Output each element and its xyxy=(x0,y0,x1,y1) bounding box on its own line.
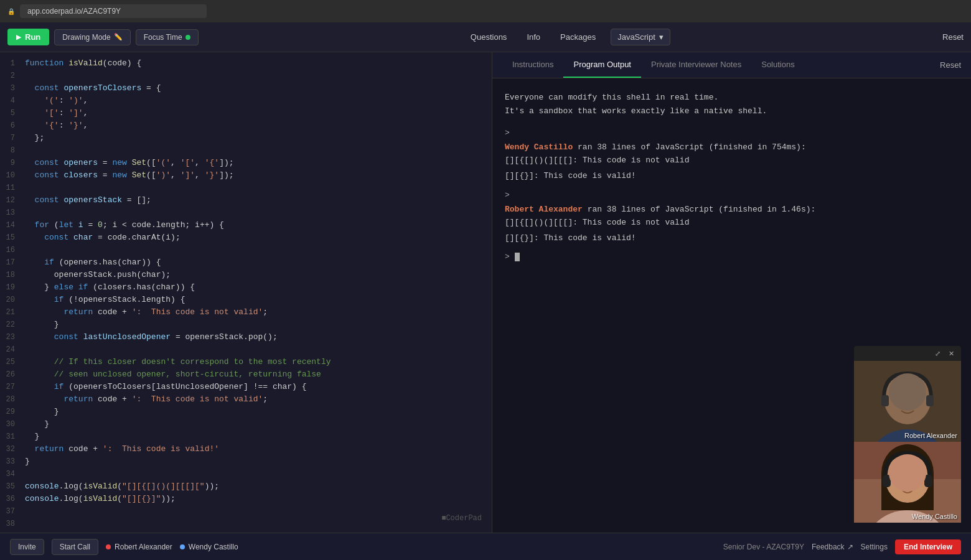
code-line: 4 '(': ')', xyxy=(0,95,492,107)
reset-button[interactable]: Reset xyxy=(942,32,964,42)
end-interview-button[interactable]: End Interview xyxy=(895,539,961,554)
code-line: 9 const openers = new Set(['(', '[', '{'… xyxy=(0,157,492,169)
code-line: 3 const openersToClosers = { xyxy=(0,82,492,95)
video-window-bar: ⤢ ✕ xyxy=(854,346,961,361)
svg-rect-4 xyxy=(926,395,934,406)
language-selector[interactable]: JavaScript ▾ xyxy=(611,29,670,45)
video-close-button[interactable]: ✕ xyxy=(946,348,956,358)
code-line: 25 // If this closer doesn't correspond … xyxy=(0,356,492,368)
play-icon: ▶ xyxy=(16,34,21,40)
output-intro-line1: Everyone can modify this shell in real t… xyxy=(505,91,959,105)
packages-button[interactable]: Packages xyxy=(555,30,601,44)
output-panel: Instructions Program Output Private Inte… xyxy=(492,52,971,533)
start-call-button[interactable]: Start Call xyxy=(52,539,98,555)
code-line: 28 return code + ': This code is not val… xyxy=(0,393,492,406)
robert-run-line: Robert Alexander ran 38 lines of JavaScr… xyxy=(505,205,959,214)
code-line: 32 return code + ': This code is valid!' xyxy=(0,443,492,455)
code-line: 17 if (openers.has(char)) { xyxy=(0,256,492,269)
wendy-username: Wendy Castillo xyxy=(505,142,573,152)
code-line: 22 } xyxy=(0,319,492,331)
run-button[interactable]: ▶ Run xyxy=(7,29,49,45)
code-line: 10 const closers = new Set([')', ']', '}… xyxy=(0,169,492,182)
focus-time-label: Focus Time xyxy=(144,33,182,42)
svg-point-16 xyxy=(911,475,917,483)
code-line: 37 xyxy=(0,505,492,518)
video-panel: ⤢ ✕ xyxy=(854,346,961,523)
code-line: 27 if (openersToClosers[lastUnclosedOpen… xyxy=(0,381,492,393)
svg-point-6 xyxy=(911,396,917,403)
settings-label: Settings xyxy=(861,543,888,551)
participant-robert: Robert Alexander xyxy=(106,543,172,551)
code-line: 24 xyxy=(0,343,492,356)
code-line: 19 } else if (closers.has(char)) { xyxy=(0,281,492,294)
output-block-robert: Robert Alexander ran 38 lines of JavaScr… xyxy=(505,205,959,245)
avatar-robert xyxy=(854,361,961,442)
output-tabs: Instructions Program Output Private Inte… xyxy=(492,52,971,78)
code-line: 38 xyxy=(0,518,492,530)
settings-button[interactable]: Settings xyxy=(861,543,888,551)
browser-bar: 🔒 app.coderpad.io/AZAC9T9Y xyxy=(0,0,971,22)
code-line: 21 return code + ': This code is not val… xyxy=(0,306,492,319)
code-line: 1 function isValid(code) { xyxy=(0,57,492,70)
output-prompt-2: > xyxy=(505,190,959,200)
wendy-result-2: [][{}]: This code is valid! xyxy=(505,170,959,183)
video-expand-button[interactable]: ⤢ xyxy=(932,348,942,358)
code-line: 2 xyxy=(0,70,492,82)
code-line: 33 } xyxy=(0,455,492,468)
lock-icon: 🔒 xyxy=(7,8,15,15)
code-line: 11 xyxy=(0,182,492,194)
bottom-left: Invite Start Call Robert Alexander Wendy… xyxy=(10,539,238,555)
video-feed-robert: Robert Alexander xyxy=(854,361,961,442)
feedback-button[interactable]: Feedback ↗ xyxy=(812,543,853,551)
code-line: 29 } xyxy=(0,406,492,418)
end-interview-label: End Interview xyxy=(904,543,952,551)
feedback-label: Feedback xyxy=(812,543,845,551)
code-editor[interactable]: 1 function isValid(code) { 2 3 const ope… xyxy=(0,52,492,533)
main-layout: 1 function isValid(code) { 2 3 const ope… xyxy=(0,52,971,533)
robert-username: Robert Alexander xyxy=(505,205,583,214)
reset-label: Reset xyxy=(942,32,964,42)
reset-right-button[interactable]: Reset xyxy=(940,60,961,70)
code-line: 12 const openersStack = []; xyxy=(0,194,492,207)
questions-button[interactable]: Questions xyxy=(466,30,512,44)
start-call-label: Start Call xyxy=(60,543,90,551)
invite-label: Invite xyxy=(18,543,36,551)
code-line: 13 xyxy=(0,207,492,219)
tab-solutions[interactable]: Solutions xyxy=(751,52,804,78)
output-prompt-3: > xyxy=(505,252,959,261)
external-link-icon: ↗ xyxy=(847,543,853,551)
focus-time-button[interactable]: Focus Time xyxy=(136,29,199,45)
pencil-icon: ✏️ xyxy=(114,33,123,41)
robert-run-meta: ran 38 lines of JavaScript (finished in … xyxy=(588,205,816,214)
wendy-run-line: Wendy Castillo ran 38 lines of JavaScrip… xyxy=(505,142,959,152)
robert-result-1: [][{[]()(][[[]: This code is not valid xyxy=(505,217,959,230)
toolbar: ▶ Run Drawing Mode ✏️ Focus Time Questio… xyxy=(0,22,971,52)
cursor xyxy=(515,253,520,261)
drawing-mode-label: Drawing Mode xyxy=(62,33,110,42)
drawing-mode-button[interactable]: Drawing Mode ✏️ xyxy=(54,29,130,45)
code-line: 30 } xyxy=(0,418,492,431)
code-line: 18 openersStack.push(char); xyxy=(0,269,492,281)
wendy-video-label: Wendy Castillo xyxy=(912,513,957,520)
info-button[interactable]: Info xyxy=(522,30,545,44)
packages-label: Packages xyxy=(560,32,596,42)
code-line: 6 '{': '}', xyxy=(0,119,492,132)
participant-wendy: Wendy Castillo xyxy=(180,543,238,551)
video-feeds: Robert Alexander xyxy=(854,361,961,523)
bottom-right: Senior Dev - AZAC9T9Y Feedback ↗ Setting… xyxy=(723,539,961,554)
robert-name: Robert Alexander xyxy=(115,543,172,551)
run-label: Run xyxy=(25,32,40,42)
code-line: 23 const lastUnclosedOpener = openersSta… xyxy=(0,331,492,343)
toolbar-center: Questions Info Packages JavaScript ▾ xyxy=(466,29,670,45)
code-line: 36 console.log(isValid("[][{}]")); xyxy=(0,493,492,505)
svg-rect-3 xyxy=(881,395,889,406)
tab-program-output[interactable]: Program Output xyxy=(563,52,641,78)
svg-point-15 xyxy=(898,475,904,483)
info-label: Info xyxy=(527,32,540,42)
invite-button[interactable]: Invite xyxy=(10,539,44,555)
tab-instructions[interactable]: Instructions xyxy=(502,52,563,78)
code-line: 5 '[': ']', xyxy=(0,107,492,119)
url-text: app.coderpad.io/AZAC9T9Y xyxy=(27,7,121,16)
tab-private-notes[interactable]: Private Interviewer Notes xyxy=(641,52,751,78)
url-bar[interactable]: app.coderpad.io/AZAC9T9Y xyxy=(20,4,207,18)
